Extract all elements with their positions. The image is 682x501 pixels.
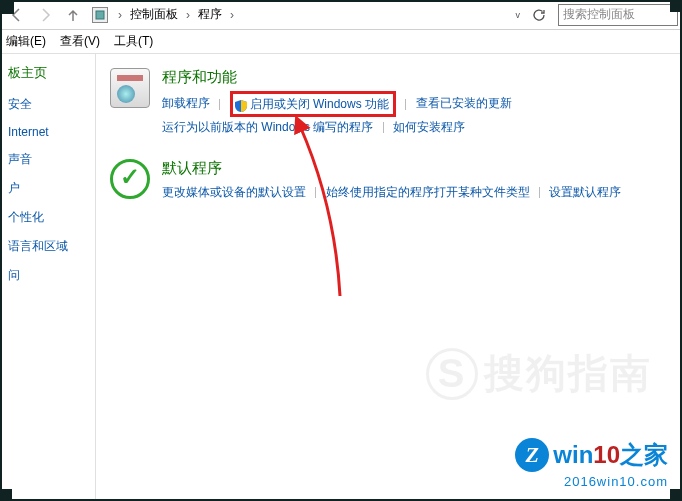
svg-rect-0 xyxy=(96,11,104,19)
sidebar: 板主页 安全 Internet 声音 户 个性化 语言和区域 问 xyxy=(0,54,96,501)
link-windows-features[interactable]: 启用或关闭 Windows 功能 xyxy=(250,94,389,114)
sidebar-item-internet[interactable]: Internet xyxy=(0,119,95,145)
sidebar-item-account[interactable]: 户 xyxy=(0,174,95,203)
logo-url: 2016win10.com xyxy=(515,474,668,489)
main-content: 程序和功能 卸载程序 启用或关闭 Windows 功能 查看已安装的更新 运行为… xyxy=(96,54,682,501)
logo-text: win10之家 xyxy=(553,439,668,471)
address-bar: › 控制面板 › 程序 › v 搜索控制面板 xyxy=(0,0,682,30)
highlighted-link-windows-features: 启用或关闭 Windows 功能 xyxy=(230,91,396,117)
back-button[interactable] xyxy=(4,3,30,27)
logo-z-icon: Z xyxy=(515,438,549,472)
search-input[interactable]: 搜索控制面板 xyxy=(558,4,678,26)
defaults-icon xyxy=(110,159,152,201)
separator xyxy=(315,187,316,198)
menu-view[interactable]: 查看(V) xyxy=(60,33,100,50)
chevron-down-icon[interactable]: v xyxy=(516,10,521,20)
separator xyxy=(383,122,384,133)
link-how-install[interactable]: 如何安装程序 xyxy=(393,120,465,134)
menu-edit[interactable]: 编辑(E) xyxy=(6,33,46,50)
sidebar-item-personalize[interactable]: 个性化 xyxy=(0,203,95,232)
site-logo: Z win10之家 2016win10.com xyxy=(515,438,668,489)
menu-tools[interactable]: 工具(T) xyxy=(114,33,153,50)
category-title-programs[interactable]: 程序和功能 xyxy=(162,68,668,87)
sidebar-item-security[interactable]: 安全 xyxy=(0,90,95,119)
link-view-updates[interactable]: 查看已安装的更新 xyxy=(416,96,512,110)
sidebar-item-region[interactable]: 语言和区域 xyxy=(0,232,95,261)
link-change-media[interactable]: 更改媒体或设备的默认设置 xyxy=(162,185,306,199)
sidebar-item-sound[interactable]: 声音 xyxy=(0,145,95,174)
shield-icon xyxy=(235,98,247,110)
control-panel-icon xyxy=(92,7,108,23)
separator xyxy=(539,187,540,198)
breadcrumb-control-panel[interactable]: 控制面板 xyxy=(128,6,180,23)
refresh-button[interactable] xyxy=(526,3,552,27)
chevron-right-icon[interactable]: › xyxy=(226,8,238,22)
link-run-previous[interactable]: 运行为以前版本的 Windows 编写的程序 xyxy=(162,120,373,134)
separator xyxy=(405,99,406,110)
chevron-right-icon[interactable]: › xyxy=(182,8,194,22)
category-programs: 程序和功能 卸载程序 启用或关闭 Windows 功能 查看已安装的更新 运行为… xyxy=(110,68,668,137)
separator xyxy=(219,99,220,110)
link-always-open[interactable]: 始终使用指定的程序打开某种文件类型 xyxy=(326,185,530,199)
link-uninstall[interactable]: 卸载程序 xyxy=(162,96,210,110)
up-button[interactable] xyxy=(60,3,86,27)
category-title-defaults[interactable]: 默认程序 xyxy=(162,159,668,178)
forward-button[interactable] xyxy=(32,3,58,27)
menu-bar: 编辑(E) 查看(V) 工具(T) xyxy=(0,30,682,54)
category-defaults: 默认程序 更改媒体或设备的默认设置 始终使用指定的程序打开某种文件类型 设置默认… xyxy=(110,159,668,202)
breadcrumb-programs[interactable]: 程序 xyxy=(196,6,224,23)
chevron-right-icon[interactable]: › xyxy=(114,8,126,22)
link-set-default[interactable]: 设置默认程序 xyxy=(549,185,621,199)
sidebar-item-access[interactable]: 问 xyxy=(0,261,95,290)
sidebar-title: 板主页 xyxy=(0,64,95,90)
programs-icon xyxy=(110,68,152,110)
